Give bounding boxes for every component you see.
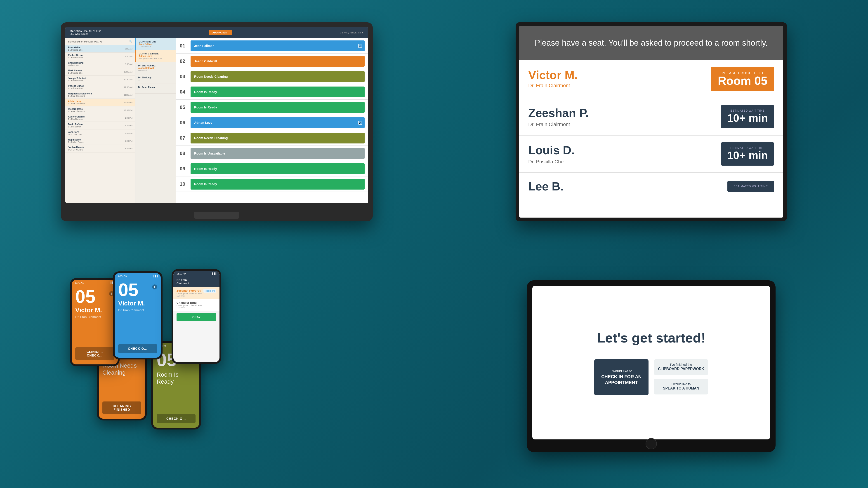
room-number: 10 [180, 181, 188, 187]
patient-doctor: Dr. Fran Clairmont [68, 110, 85, 112]
patient-name-block: Louis D. Dr. Priscilla Che [528, 143, 575, 165]
table-row[interactable]: Joseph Tribbiani Dr. Eric Ramirez 10:30 … [65, 76, 135, 84]
room-item[interactable]: 05 Room Is Ready [176, 100, 368, 115]
info-icon[interactable]: i [152, 285, 157, 289]
room-item[interactable]: 08 Room Is Unavailable [176, 146, 368, 161]
patient-name: Mark Abrams [68, 69, 83, 72]
waiting-patient-name: Louis D. [528, 143, 575, 157]
patient-name: Phoebe Buffay [68, 85, 84, 87]
patient-doctor: Dr. Lex Luther [68, 126, 83, 128]
table-row[interactable]: John Tory OUT OF CLINIC 2:00 PM [65, 129, 135, 137]
room-status-bar: Room Needs Cleaning [191, 71, 365, 82]
phone-doctor-name: Dr. Fran Clairmont [115, 308, 161, 313]
table-row[interactable]: Aubrey Graham Dr. Eric Ramirez 1:00 PM [65, 114, 135, 122]
waiting-patient-row: Lee B. ESTIMATED WAIT TIME [519, 173, 783, 200]
patient-name-block: Zeeshan P. Dr. Frain Clairmont [528, 106, 589, 127]
phone-doctor-name: Dr. Fran Clairmont [72, 315, 118, 319]
emr-user-info: Currently Assign: Me ▼ [340, 31, 364, 34]
patient-detail: Lorem ipsum dolore sit amet [177, 293, 216, 295]
check-out-button[interactable]: CHECK O... [118, 344, 157, 353]
phone-list-view: 11:00 AM ▐▐▐ Dr. Fran Clairmont Room 04 … [172, 269, 221, 364]
doctor-slot[interactable]: Dr. Eric Ramirez Jason Caldwell Leo Boli… [135, 62, 176, 74]
room-number: 01 [180, 43, 188, 49]
phone-time: 11:00 AM [177, 272, 186, 275]
wait-box: ESTIMATED WAIT TIME [727, 181, 774, 192]
doctor-slot[interactable]: Dr. Jim Levy — [135, 74, 176, 84]
patient-time: 11:00 AM [177, 295, 216, 297]
wait-box: ESTIMATED WAIT TIME 10+ min [721, 142, 774, 166]
table-row[interactable]: David Ruffalo Dr. Lex Luther 1:30 PM [65, 122, 135, 129]
waiting-header-text: Please have a seat. You'll be asked to p… [535, 38, 768, 47]
room-status-text: Room Needs Cleaning [194, 75, 228, 78]
patient-name-block: Lee B. [528, 180, 563, 193]
room-item[interactable]: 07 Room Needs Cleaning [176, 130, 368, 146]
okay-button[interactable]: OKAY [177, 313, 216, 321]
kiosk-buttons: I would like to CHECK IN FOR AN APPOINTM… [594, 359, 708, 395]
tablet-screen: Let's get started! I would like to CHECK… [532, 286, 770, 440]
room-item[interactable]: 03 Room Needs Cleaning [176, 69, 368, 84]
table-row[interactable]: Mark Abrams Dr. Priscilla Che 10:00 AM [65, 68, 135, 76]
table-row[interactable]: Jordan Menzie OUT OF CLINIC 3:30 PM [65, 145, 135, 153]
room-patient: Jean Pallmer [194, 44, 214, 48]
patient-name: Joseph Tribbiani [68, 77, 86, 79]
phone-status-bar: 10:41 AM ▐▐▐ [115, 273, 161, 279]
room-status-bar: Jean Pallmer ✓ [191, 40, 365, 51]
room-status-bar: Jason Caldwell [191, 56, 365, 67]
clipboard-paperwork-button[interactable]: I've finished the CLIPBOARD PAPERWORK [654, 359, 708, 375]
patient-time: 11:00 AM [124, 86, 132, 88]
patient-room-badge: Room 04 [204, 289, 216, 293]
table-row[interactable]: Ross Geller Dr. Priscilla Che 8:00 AM [65, 45, 135, 53]
schedule-label: Scheduled for Monday, Mar. 7th [68, 40, 103, 43]
list-item[interactable]: Room 04 Zeeshan Povoroti Lorem ipsum dol… [174, 287, 219, 299]
search-icon[interactable]: 🔍 [129, 40, 132, 43]
waiting-patient-featured: Victor M. Dr. Frain Clairmont PLEASE PRO… [519, 60, 783, 98]
slot-placeholder: — [138, 79, 173, 81]
emr-room-list: 01 Jean Pallmer ✓ 02 Jason Caldwell [176, 38, 368, 203]
room-item[interactable]: 02 Jason Caldwell [176, 54, 368, 69]
cleaning-finished-button[interactable]: CLEANING FINISHED [102, 401, 141, 414]
room-item[interactable]: 09 Room Is Ready [176, 161, 368, 176]
phone-screen: 11:00 AM ▐▐▐ Dr. Fran Clairmont Room 04 … [174, 271, 219, 362]
table-row[interactable]: Richard Ross Dr. Fran Clairmont 12:30 PM [65, 106, 135, 114]
room-number: 08 [180, 151, 188, 156]
tablet-home-button[interactable] [646, 438, 657, 449]
phone-blue-patient: 10:41 AM ▐▐▐ 05 Victor M. Dr. Fran Clair… [113, 271, 162, 359]
table-row[interactable]: Margherita Soldoviera Dr. Fran Clairmont… [65, 91, 135, 99]
patient-time: 1:30 PM [125, 125, 132, 127]
doctor-slot[interactable]: Dr. Peter Parker — [135, 84, 176, 94]
slot-detail: Emr ipsum dolore sit amet [139, 57, 173, 60]
room-item[interactable]: 10 Room Is Ready [176, 176, 368, 192]
table-row[interactable]: Chandler Bing Louis Dustin 9:30 AM [65, 60, 135, 68]
check-in-button[interactable]: I would like to CHECK IN FOR AN APPOINTM… [594, 359, 649, 395]
room-checkbox[interactable]: ✓ [358, 121, 362, 125]
doctor-slot[interactable]: Dr. Fran Clairmont Adrian Levy Emr ipsum… [135, 50, 176, 62]
table-row[interactable]: Majid Namo Dr. Parker Parker 3:00 PM [65, 137, 135, 145]
doctor-slot[interactable]: Dr. Priscilla Che Jean Pallmer Lorem Ips… [135, 38, 176, 50]
slot-placeholder: — [138, 89, 173, 91]
room-item[interactable]: 06 Adrian Levy ✓ [176, 115, 368, 130]
room-item[interactable]: 01 Jean Pallmer ✓ [176, 38, 368, 54]
table-row[interactable]: Adrian Levy Dr. Fran Clairmont 12:00 PM [65, 99, 135, 106]
list-item[interactable]: Chandler Bing Lorem ipsum dolore sit ame… [174, 299, 219, 311]
clinician-check-button[interactable]: CLINICI...CHECK... [75, 347, 114, 360]
room-checkbox[interactable]: ✓ [358, 44, 362, 48]
patient-name: Chandler Bing [68, 62, 84, 64]
table-row[interactable]: Rachel Green Dr. Eric Ramirez 9:00 AM [65, 53, 135, 60]
doctor-name: Dr. Peter Parker [138, 86, 173, 89]
room-item[interactable]: 04 Room Is Ready [176, 84, 368, 100]
patient-time: 10:00 AM [124, 71, 132, 73]
proceed-box: PLEASE PROCEED TO Room 05 [711, 67, 774, 91]
doctor-header-last: Clairmont [177, 282, 189, 285]
patient-name: Richard Ross [68, 108, 85, 110]
check-in-pre: I would like to [611, 369, 632, 374]
patient-doctor: Dr. Parker Parker [68, 141, 84, 143]
table-row[interactable]: Phoebe Buffay Dr. Eric Ramirez 11:00 AM [65, 84, 135, 91]
speak-human-button[interactable]: I would like to SPEAK TO A HUMAN [654, 379, 708, 394]
patient-name: Jordan Menzie [68, 146, 84, 149]
quadrant-phones: 10:41 AM ▐▐▐ 05 Victor M. Dr. Fran Clair… [0, 245, 434, 488]
check-out-button[interactable]: CHECK O... [157, 414, 195, 423]
patient-time: 11:20 AM [177, 306, 216, 309]
add-patient-button[interactable]: ADD PATIENT [209, 30, 232, 35]
waiting-patient-row: Louis D. Dr. Priscilla Che ESTIMATED WAI… [519, 135, 783, 173]
doctor-name: Dr. Priscilla Che [139, 40, 173, 43]
